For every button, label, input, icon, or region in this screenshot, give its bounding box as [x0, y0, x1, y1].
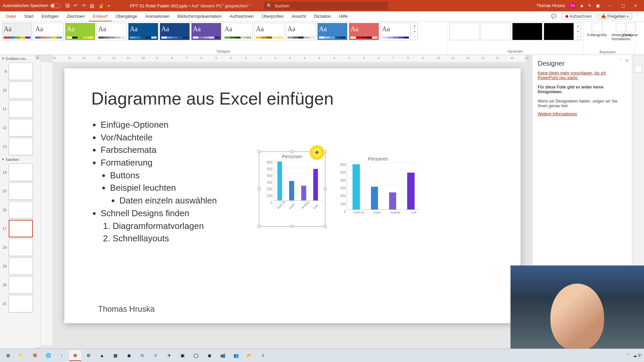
- weather-widget[interactable]: ☁ 5°: [633, 353, 642, 358]
- pen-icon[interactable]: ✎: [588, 3, 591, 8]
- share-button[interactable]: 📤Freigeben▾: [597, 13, 632, 20]
- telegram-icon[interactable]: ✈: [163, 350, 175, 361]
- thumb-row-18[interactable]: 18: [0, 238, 41, 257]
- touch-mode-icon[interactable]: ☝: [98, 3, 104, 8]
- thumb-18[interactable]: [9, 239, 33, 256]
- theme-5[interactable]: Aa: [160, 23, 190, 40]
- vertical-ruler[interactable]: [41, 62, 53, 345]
- teams-icon[interactable]: 👥: [230, 350, 242, 361]
- variant-2[interactable]: [481, 23, 511, 40]
- designer-button[interactable]: Designer: [620, 23, 641, 53]
- theme-6[interactable]: Aa: [191, 23, 221, 40]
- slide-title[interactable]: Diagramme aus Excel einfügen: [91, 88, 334, 109]
- app-icon-2[interactable]: ▦: [109, 350, 121, 361]
- slide-size-button[interactable]: Foliengröße: [586, 23, 608, 53]
- thumb-10[interactable]: [9, 81, 33, 99]
- tab-dictation[interactable]: Dictation: [310, 11, 335, 21]
- app-icon-4[interactable]: ▣: [176, 350, 189, 361]
- no-restart-link[interactable]: Keine Ideen mehr vorschlagen, bis ich Po…: [538, 71, 627, 80]
- horizontal-ruler[interactable]: 1615141312111098765432101234567891011121…: [53, 55, 525, 62]
- save-icon[interactable]: 🖫: [65, 3, 70, 8]
- diamond-icon[interactable]: ◈: [580, 3, 583, 8]
- thumb-row-16[interactable]: 16: [0, 200, 41, 219]
- thumb-12[interactable]: [9, 119, 33, 136]
- tab-transitions[interactable]: Übergänge: [112, 11, 141, 21]
- tray-chevron-icon[interactable]: ˅: [628, 353, 630, 358]
- expand-gallery-icon[interactable]: ▿: [412, 34, 418, 40]
- resize-handle-bl[interactable]: [258, 225, 261, 228]
- undo-icon[interactable]: ↶: [74, 3, 78, 8]
- vlc-icon[interactable]: ▲: [96, 350, 108, 361]
- thumb-9[interactable]: [9, 63, 33, 80]
- autosave-toggle[interactable]: Automatisches Speichern: [3, 3, 60, 8]
- slide-thumbnails[interactable]: ▴ ▾Grafiken mo... 910111213▾Tabellen1415…: [0, 55, 41, 352]
- collapse-ribbon-icon[interactable]: ˅: [636, 14, 639, 19]
- chart-personen-selected[interactable]: Personen 0100200300400500600Karin B.Kari…: [259, 152, 325, 227]
- pane-options-icon[interactable]: ˅: [620, 58, 622, 63]
- excel-icon[interactable]: X: [257, 350, 269, 361]
- obs-icon[interactable]: ◯: [190, 350, 202, 361]
- slide-body-text[interactable]: Einfüge-Optionen Vor/Nachteile Farbschem…: [91, 119, 217, 245]
- close-button[interactable]: ✕: [630, 3, 641, 8]
- tab-record[interactable]: Aufzeichnen: [226, 11, 258, 21]
- theme-8[interactable]: Aa: [254, 23, 284, 40]
- chart-personen-2[interactable]: Personen 0100200300400500600Karin B.Kari…: [333, 154, 423, 229]
- thumb-20[interactable]: [9, 276, 33, 294]
- tab-start[interactable]: Start: [20, 11, 37, 21]
- theme-4[interactable]: Aa: [128, 23, 158, 40]
- resize-handle-tl[interactable]: [258, 150, 261, 153]
- document-title[interactable]: PPT 01 Roter Faden 002.pptx • Auf "diese…: [130, 3, 251, 8]
- section-collapse-icon[interactable]: ▾: [2, 157, 4, 162]
- tab-draw[interactable]: Zeichnen: [63, 11, 89, 21]
- variant-3[interactable]: [512, 23, 542, 40]
- visio-icon[interactable]: V: [150, 350, 162, 361]
- thumb-row-13[interactable]: 13: [0, 137, 41, 156]
- thumb-17[interactable]: [9, 220, 33, 237]
- chevron-down-icon[interactable]: ˅: [249, 4, 251, 8]
- thumbs-scroll-up-icon[interactable]: ▴: [35, 55, 40, 60]
- maximize-button[interactable]: ▢: [617, 3, 629, 8]
- tab-design[interactable]: Entwurf: [89, 11, 112, 21]
- zoom-icon[interactable]: 📹: [217, 350, 229, 361]
- folder-icon[interactable]: 📂: [244, 350, 256, 361]
- minimize-button[interactable]: —: [604, 3, 616, 8]
- thumb-row-12[interactable]: 12: [0, 118, 41, 137]
- theme-1[interactable]: Aa: [34, 23, 64, 40]
- theme-2[interactable]: Aa: [65, 23, 95, 40]
- variants-gallery[interactable]: ▴▾▿: [449, 23, 581, 40]
- thumb-19[interactable]: [9, 257, 33, 275]
- tab-review[interactable]: Überprüfen: [258, 11, 287, 21]
- gallery-scroll[interactable]: ▴▾▿: [412, 23, 418, 40]
- theme-3[interactable]: Aa: [97, 23, 127, 40]
- qat-more-icon[interactable]: ▾: [108, 4, 110, 8]
- scroll-up-icon[interactable]: ▴: [575, 23, 581, 29]
- resize-handle-br[interactable]: [324, 225, 327, 228]
- theme-0[interactable]: Aa: [2, 23, 32, 40]
- thumb-row-15[interactable]: 15: [0, 182, 41, 200]
- expand-gallery-icon[interactable]: ▿: [575, 34, 581, 40]
- app-icon-5[interactable]: ◉: [203, 350, 215, 361]
- resize-handle-mr[interactable]: [324, 187, 327, 190]
- section-collapse-icon[interactable]: ▾: [2, 56, 4, 61]
- thumb-row-20[interactable]: 20: [0, 276, 41, 294]
- themes-gallery[interactable]: AaAaAaAaAaAaAaAaAaAaAaAaAa▴▾▿: [2, 23, 445, 40]
- app-icon-3[interactable]: ◉: [123, 350, 135, 361]
- resize-handle-tc[interactable]: [290, 150, 293, 153]
- redo-icon[interactable]: ↷: [82, 3, 86, 8]
- thumb-21[interactable]: [9, 295, 33, 312]
- variant-4[interactable]: [544, 23, 574, 40]
- search-input[interactable]: [275, 3, 385, 8]
- tab-file[interactable]: Datei: [2, 11, 20, 21]
- scroll-down-icon[interactable]: ▾: [412, 29, 418, 35]
- thumb-11[interactable]: [9, 100, 33, 118]
- more-info-link[interactable]: Weitere Informationen: [538, 112, 627, 116]
- thumb-row-17[interactable]: 17: [0, 219, 41, 238]
- thumb-row-14[interactable]: 14: [0, 163, 41, 182]
- toggle-switch[interactable]: [50, 3, 60, 8]
- start-button[interactable]: ⊞: [2, 350, 14, 361]
- theme-9[interactable]: Aa: [286, 23, 316, 40]
- thumb-row-21[interactable]: 21: [0, 294, 41, 313]
- slide-footer[interactable]: Thomas Hruska: [98, 304, 155, 314]
- onenote-icon[interactable]: N: [136, 350, 148, 361]
- app-icon-1[interactable]: ⚙: [83, 350, 95, 361]
